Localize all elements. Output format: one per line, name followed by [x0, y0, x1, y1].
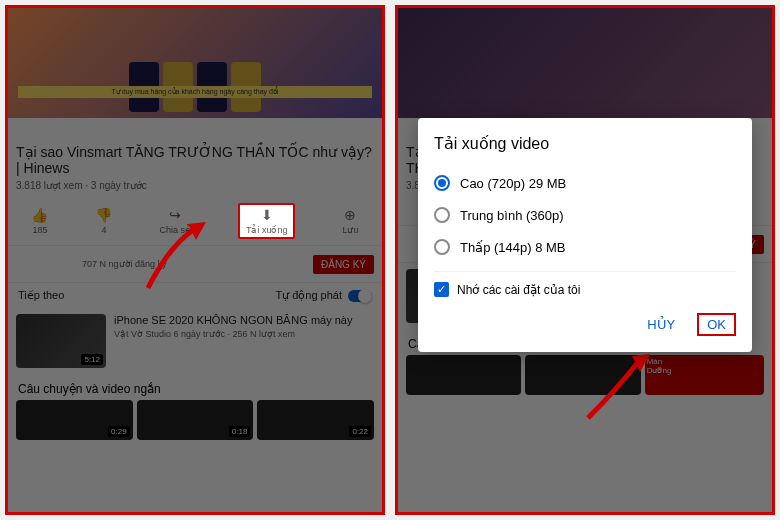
quality-option-low[interactable]: Thấp (144p) 8 MB: [434, 231, 736, 263]
duration-badge: 5:12: [81, 354, 103, 365]
download-icon: ⬇: [261, 207, 273, 223]
dislike-button[interactable]: 👎4: [95, 207, 112, 235]
dialog-title: Tải xuống video: [434, 134, 736, 153]
action-bar: 👍185 👎4 ↪Chia sẻ ⬇Tải xuống ⊕Lưu: [8, 197, 382, 246]
save-button[interactable]: ⊕Lưu: [342, 207, 358, 235]
shorts-section-title: Câu chuyện và video ngắn: [8, 374, 382, 400]
short-item[interactable]: 0:22: [257, 400, 374, 440]
item-subtitle: Vật Vờ Studio 6 ngày trước · 256 N lượt …: [114, 329, 374, 339]
up-next-header: Tiếp theo Tự động phát: [8, 283, 382, 308]
video-title: Tại sao Vinsmart TĂNG TRƯỞNG THẦN TỐC nh…: [8, 140, 382, 180]
share-icon: ↪: [169, 207, 181, 223]
short-item[interactable]: [525, 355, 640, 395]
left-screenshot: Tư duy mua hàng của khách hàng ngày càng…: [5, 5, 385, 515]
shorts-row: Màn Dưỡng: [398, 355, 772, 403]
remember-settings-row[interactable]: ✓Nhớ các cài đặt của tôi: [434, 271, 736, 307]
short-item[interactable]: 0:29: [16, 400, 133, 440]
shorts-row: 0:29 0:18 0:22: [8, 400, 382, 448]
quality-option-medium[interactable]: Trung bình (360p): [434, 199, 736, 231]
subscriber-count: 707 N người đăng ký: [82, 259, 167, 269]
radio-icon: [434, 175, 450, 191]
radio-icon: [434, 239, 450, 255]
radio-icon: [434, 207, 450, 223]
autoplay-toggle[interactable]: [348, 290, 372, 302]
redacted-avatar: [16, 252, 76, 276]
like-button[interactable]: 👍185: [31, 207, 48, 235]
ok-button[interactable]: OK: [697, 313, 736, 336]
short-item[interactable]: 0:18: [137, 400, 254, 440]
library-add-icon: ⊕: [344, 207, 356, 223]
next-label: Tiếp theo: [18, 289, 64, 302]
item-thumbnail: 5:12: [16, 314, 106, 368]
share-button[interactable]: ↪Chia sẻ: [159, 207, 191, 235]
thumbs-down-icon: 👎: [95, 207, 112, 223]
video-stats: 3.818 lượt xem · 3 ngày trước: [8, 180, 382, 197]
video-thumbnail[interactable]: [398, 8, 772, 118]
cancel-button[interactable]: HỦY: [639, 313, 683, 336]
short-item[interactable]: [406, 355, 521, 395]
autoplay-label: Tự động phát: [275, 289, 342, 302]
download-dialog: Tải xuống video Cao (720p) 29 MB Trung b…: [418, 118, 752, 352]
related-video-item[interactable]: 5:12 iPhone SE 2020 KHÔNG NGON BẰNG máy …: [8, 308, 382, 374]
checkbox-icon: ✓: [434, 282, 449, 297]
redacted-bar: [16, 120, 374, 138]
download-button[interactable]: ⬇Tải xuống: [238, 203, 296, 239]
ribbon-text: Tư duy mua hàng của khách hàng ngày càng…: [18, 86, 372, 98]
subscribe-button[interactable]: ĐĂNG KÝ: [313, 255, 374, 274]
thumbs-up-icon: 👍: [31, 207, 48, 223]
quality-option-high[interactable]: Cao (720p) 29 MB: [434, 167, 736, 199]
short-item[interactable]: Màn Dưỡng: [645, 355, 764, 395]
video-thumbnail[interactable]: Tư duy mua hàng của khách hàng ngày càng…: [8, 8, 382, 118]
channel-row[interactable]: 707 N người đăng ký ĐĂNG KÝ: [8, 246, 382, 283]
item-title: iPhone SE 2020 KHÔNG NGON BẰNG máy này: [114, 314, 374, 327]
right-screenshot: Tại s THẦ 3.818 👍 G KÝ 5:12 Vật Vờ Studi…: [395, 5, 775, 515]
